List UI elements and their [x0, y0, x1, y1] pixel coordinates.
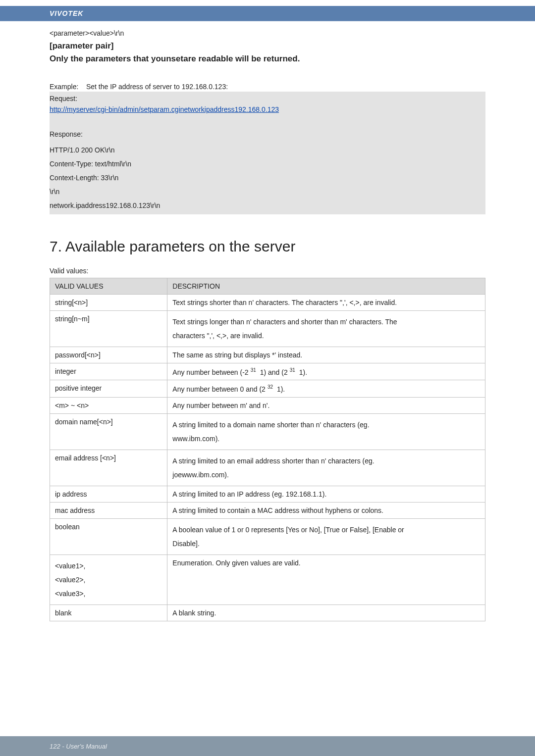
cell-value: domain name[<n>] — [50, 414, 167, 450]
section-title: 7. Available parameters on the server — [50, 238, 485, 255]
table-row: positive integer Any number between 0 an… — [50, 380, 485, 398]
table-row: boolean A boolean value of 1 or 0 repres… — [50, 519, 485, 555]
cell-desc: A string limited to contain a MAC addres… — [167, 503, 485, 519]
table-row: <value1>, <value2>, <value3>, Enumeratio… — [50, 555, 485, 605]
response-line-2: Context-Length: 33\r\n — [50, 171, 485, 185]
table-row: domain name[<n>] A string limited to a d… — [50, 414, 485, 450]
cell-desc: The same as string but displays *' inste… — [167, 347, 485, 363]
cell-desc: Text strings longer than n' characters a… — [167, 310, 485, 347]
response-block: Response: HTTP/1.0 200 OK\r\n Content-Ty… — [50, 127, 485, 214]
table-row: string[n~m] Text strings longer than n' … — [50, 310, 485, 347]
page-footer: 122 - User's Manual — [50, 743, 107, 750]
table-row: email address [<n>] A string limited to … — [50, 450, 485, 486]
only-parameters-line: Only the parameters that younsetare read… — [50, 53, 485, 65]
table-row: <m> ~ <n> Any number between m' and n'. — [50, 398, 485, 414]
cell-desc: A boolean value of 1 or 0 represents [Ye… — [167, 519, 485, 555]
cell-desc: Any number between (-231 1) and (231 1). — [167, 363, 485, 380]
cell-value: boolean — [50, 519, 167, 555]
valid-values-table: VALID VALUES DESCRIPTION string[<n>] Tex… — [50, 278, 485, 621]
response-line-1: Content-Type: text/html\r\n — [50, 157, 485, 171]
response-label: Response: — [50, 129, 485, 143]
request-url-link[interactable]: http://myserver/cgi-bin/admin/setparam.c… — [50, 103, 485, 125]
valid-values-label: Valid values: — [50, 267, 485, 275]
cell-value: mac address — [50, 503, 167, 519]
response-line-0: HTTP/1.0 200 OK\r\n — [50, 143, 485, 157]
brand-label: VIVOTEK — [50, 9, 83, 17]
cell-value: email address [<n>] — [50, 450, 167, 486]
cell-desc: Text strings shorter than n' characters.… — [167, 294, 485, 310]
cell-value: string[n~m] — [50, 310, 167, 347]
cell-desc: A blank string. — [167, 605, 485, 621]
cell-value: blank — [50, 605, 167, 621]
table-row: mac address A string limited to contain … — [50, 503, 485, 519]
parameter-pair-heading: [parameter pair] — [50, 41, 485, 51]
cell-value: positive integer — [50, 380, 167, 398]
parameter-value-line: <parameter><value>\r\n — [50, 29, 485, 37]
cell-value: <m> ~ <n> — [50, 398, 167, 414]
cell-value: <value1>, <value2>, <value3>, — [50, 555, 167, 605]
table-header-description: DESCRIPTION — [167, 278, 485, 294]
cell-desc: Any number between 0 and (232 1). — [167, 380, 485, 398]
response-line-4: network.ipaddress192.168.0.123\r\n — [50, 199, 485, 212]
table-row: blank A blank string. — [50, 605, 485, 621]
table-header-values: VALID VALUES — [50, 278, 167, 294]
table-row: string[<n>] Text strings shorter than n'… — [50, 294, 485, 310]
cell-value: password[<n>] — [50, 347, 167, 363]
cell-desc: Enumeration. Only given values are valid… — [167, 555, 485, 605]
response-line-3: \r\n — [50, 185, 485, 199]
table-row: integer Any number between (-231 1) and … — [50, 363, 485, 380]
cell-value: integer — [50, 363, 167, 380]
table-row: password[<n>] The same as string but dis… — [50, 347, 485, 363]
request-block: Request: http://myserver/cgi-bin/admin/s… — [50, 92, 485, 127]
example-label: Example: — [50, 83, 78, 91]
request-label: Request: — [50, 94, 485, 103]
table-row: ip address A string limited to an IP add… — [50, 486, 485, 503]
example-text: Set the IP address of server to 192.168.… — [86, 83, 228, 91]
cell-desc: A string limited to an email address sho… — [167, 450, 485, 486]
cell-desc: Any number between m' and n'. — [167, 398, 485, 414]
cell-value: ip address — [50, 486, 167, 503]
cell-desc: A string limited to an IP address (eg. 1… — [167, 486, 485, 503]
cell-desc: A string limited to a domain name shorte… — [167, 414, 485, 450]
cell-value: string[<n>] — [50, 294, 167, 310]
